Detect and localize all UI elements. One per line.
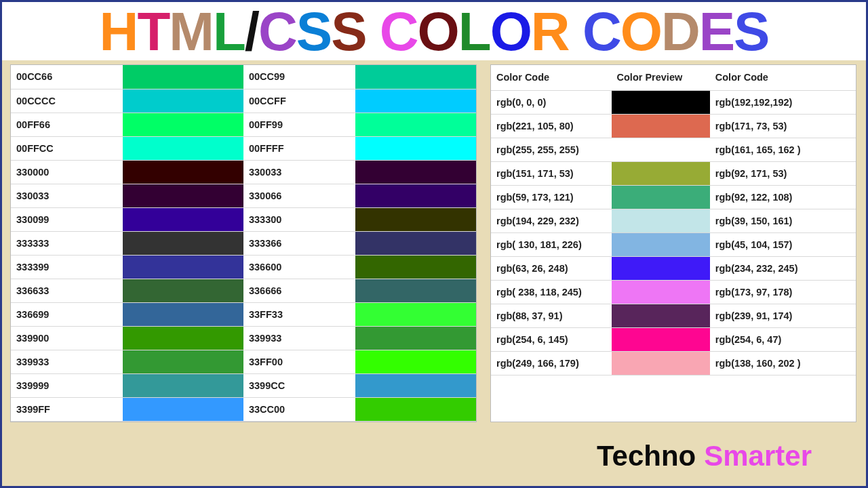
- hex-code: 00FF66: [11, 113, 123, 136]
- rgb-table-body: rgb(0, 0, 0)rgb(192,192,192)rgb(221, 105…: [491, 90, 856, 375]
- rgb-code: rgb(0, 0, 0): [491, 90, 612, 114]
- hex-row: 00FF6600FF99: [11, 113, 476, 136]
- rgb-row: rgb(221, 105, 80)rgb(171, 73, 53): [491, 114, 856, 138]
- rgb-swatch: [612, 114, 710, 138]
- hex-code: 330033: [243, 160, 355, 184]
- hex-swatch: [123, 397, 243, 421]
- rgb-header-preview: Color Preview: [612, 65, 710, 90]
- rgb-code: rgb(194, 229, 232): [491, 209, 612, 232]
- hex-swatch: [123, 231, 243, 255]
- rgb-swatch: [612, 209, 710, 232]
- title-letter: S: [331, 5, 366, 59]
- rgb-swatch: [612, 185, 710, 209]
- title-letter: [366, 5, 380, 59]
- rgb-row: rgb(59, 173, 121)rgb(92, 122, 108): [491, 185, 856, 209]
- title-letter: C: [380, 5, 418, 59]
- hex-code: 00CCFF: [243, 89, 355, 113]
- rgb-code-secondary: rgb(138, 160, 202 ): [710, 351, 856, 375]
- hex-swatch: [123, 350, 243, 373]
- hex-swatch: [355, 350, 476, 373]
- rgb-code: rgb( 130, 181, 226): [491, 232, 612, 256]
- rgb-row: rgb(63, 26, 248)rgb(234, 232, 245): [491, 256, 856, 280]
- title-letter: S: [296, 5, 331, 59]
- hex-code: 00CCCC: [11, 89, 123, 113]
- hex-swatch: [355, 136, 476, 160]
- hex-code: 3399CC: [243, 373, 355, 397]
- hex-swatch: [355, 184, 476, 207]
- title-letter: S: [734, 5, 768, 59]
- hex-code: 330000: [11, 160, 123, 184]
- title-letter: O: [418, 5, 458, 59]
- hex-code: 339999: [11, 373, 123, 397]
- footer-word-a: Techno: [597, 440, 696, 472]
- title-letter: [569, 5, 583, 59]
- hex-swatch: [123, 113, 243, 136]
- rgb-swatch: [612, 161, 710, 185]
- rgb-row: rgb(254, 6, 145)rgb(254, 6, 47): [491, 327, 856, 351]
- hex-code: 333300: [243, 207, 355, 231]
- hex-swatch: [123, 89, 243, 113]
- hex-code: 339933: [243, 326, 355, 350]
- hex-code: 3399FF: [11, 397, 123, 421]
- hex-code: 00FF99: [243, 113, 355, 136]
- hex-swatch: [123, 136, 243, 160]
- hex-code: 333399: [11, 255, 123, 279]
- hex-swatch: [123, 373, 243, 397]
- hex-code: 333366: [243, 231, 355, 255]
- hex-code: 00CC99: [243, 65, 355, 89]
- hex-code: 333333: [11, 231, 123, 255]
- rgb-color-table: Color Code Color Preview Color Code rgb(…: [491, 65, 856, 375]
- hex-swatch: [355, 255, 476, 279]
- hex-swatch: [355, 302, 476, 326]
- rgb-swatch: [612, 304, 710, 327]
- hex-swatch: [355, 160, 476, 184]
- title-letter: C: [258, 5, 296, 59]
- brand-footer: Techno Smarter: [597, 440, 812, 472]
- rgb-swatch: [612, 327, 710, 351]
- rgb-code-secondary: rgb(161, 165, 162 ): [710, 138, 856, 161]
- hex-code: 00FFFF: [243, 136, 355, 160]
- rgb-swatch: [612, 256, 710, 280]
- hex-code: 336699: [11, 302, 123, 326]
- rgb-row: rgb(194, 229, 232)rgb(39, 150, 161): [491, 209, 856, 232]
- hex-row: 00FFCC00FFFF: [11, 136, 476, 160]
- hex-row: 330000330033: [11, 160, 476, 184]
- hex-code: 33CC00: [243, 397, 355, 421]
- rgb-code-secondary: rgb(92, 122, 108): [710, 185, 856, 209]
- hex-row: 330033330066: [11, 184, 476, 207]
- rgb-code-secondary: rgb(92, 171, 53): [710, 161, 856, 185]
- hex-row: 333333333366: [11, 231, 476, 255]
- title-bar: HTML/CSS COLOR CODES: [2, 2, 866, 60]
- footer-word-b: Smarter: [704, 440, 812, 472]
- title-letter: C: [583, 5, 620, 59]
- rgb-code: rgb(59, 173, 121): [491, 185, 612, 209]
- hex-code: 330099: [11, 207, 123, 231]
- hex-code: 330033: [11, 184, 123, 207]
- title-letter: R: [531, 5, 569, 59]
- rgb-color-panel: Color Code Color Preview Color Code rgb(…: [490, 64, 856, 422]
- hex-code: 339933: [11, 350, 123, 373]
- title-letter: D: [661, 5, 699, 59]
- title-letter: E: [699, 5, 734, 59]
- rgb-header-code2: Color Code: [710, 65, 856, 90]
- hex-code: 339900: [11, 326, 123, 350]
- hex-swatch: [355, 326, 476, 350]
- title-letter: O: [490, 5, 531, 59]
- rgb-code-secondary: rgb(39, 150, 161): [710, 209, 856, 232]
- rgb-code-secondary: rgb(192,192,192): [710, 90, 856, 114]
- hex-color-panel: 00CC6600CC9900CCCC00CCFF00FF6600FF9900FF…: [10, 64, 477, 422]
- page-title: HTML/CSS COLOR CODES: [100, 5, 769, 59]
- hex-row: 33993333FF00: [11, 350, 476, 373]
- title-letter: L: [458, 5, 490, 59]
- hex-swatch: [355, 231, 476, 255]
- rgb-code-secondary: rgb(234, 232, 245): [710, 256, 856, 280]
- hex-row: 330099333300: [11, 207, 476, 231]
- title-letter: L: [213, 5, 245, 59]
- hex-code: 33FF00: [243, 350, 355, 373]
- hex-code: 00FFCC: [11, 136, 123, 160]
- hex-swatch: [123, 160, 243, 184]
- hex-code: 00CC66: [11, 65, 123, 89]
- hex-swatch: [355, 397, 476, 421]
- hex-swatch: [355, 113, 476, 136]
- hex-row: 00CCCC00CCFF: [11, 89, 476, 113]
